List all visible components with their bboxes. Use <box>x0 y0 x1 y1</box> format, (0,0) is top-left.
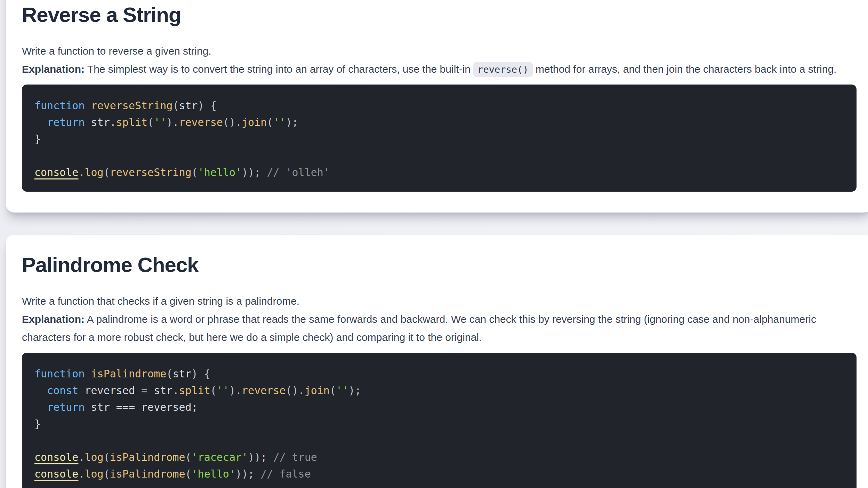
code-content: function reverseString(str) { return str… <box>34 97 844 181</box>
code-token-pl <box>85 368 91 380</box>
code-token-cs: console <box>34 468 78 480</box>
explanation-text: The simplest way is to convert the strin… <box>85 63 473 75</box>
code-token-cs: console <box>34 451 78 463</box>
code-token-pl: } <box>34 418 41 430</box>
code-token-st: '' <box>217 384 229 397</box>
code-token-fn: reverseString <box>110 166 192 178</box>
code-token-pu: )); <box>242 166 260 178</box>
code-token-pl: str <box>172 368 191 380</box>
code-token-pl: str <box>179 99 198 112</box>
code-token-pu: ). <box>166 116 179 128</box>
code-token-pu: ); <box>286 116 298 128</box>
code-line: const reversed = str.split('').reverse()… <box>34 382 844 399</box>
code-token-fn: reverseString <box>91 99 173 112</box>
code-line: function reverseString(str) { <box>34 97 844 114</box>
code-token-pu: ( <box>104 468 110 480</box>
exercise-card-reverse-a-string: Reverse a String Write a function to rev… <box>6 0 868 213</box>
code-token-st: '' <box>273 116 286 128</box>
explanation-text: A palindrome is a word or phrase that re… <box>22 313 816 343</box>
code-token-pu: . <box>78 166 85 178</box>
code-token-pu: . <box>110 116 116 128</box>
code-token-kw: function <box>34 368 85 380</box>
code-token-cm: // false <box>260 468 311 480</box>
code-token-pl <box>254 468 260 480</box>
code-token-st: 'hello' <box>192 468 235 480</box>
code-token-kw: function <box>34 99 85 112</box>
card-explanation: Explanation: A palindrome is a word or p… <box>22 310 857 346</box>
code-line: console.log(isPalindrome('hello')); // f… <box>34 466 844 482</box>
code-token-st: '' <box>336 384 348 397</box>
code-token-kw: return <box>47 401 85 413</box>
code-token-cs: console <box>34 166 78 178</box>
code-token-cm: // 'olleh' <box>267 166 330 178</box>
code-token-pu: . <box>78 451 85 463</box>
exercise-card-palindrome-check: Palindrome Check Write a function that c… <box>6 235 868 488</box>
explanation-label: Explanation: <box>22 313 85 325</box>
code-token-pu: ). <box>229 384 242 397</box>
code-token-pu: ( <box>185 468 192 480</box>
code-token-pu: ( <box>166 368 172 380</box>
card-description: Write a function that checks if a given … <box>22 292 857 310</box>
code-line: function isPalindrome(str) { <box>34 366 844 382</box>
code-token-pu: ) { <box>198 99 217 112</box>
code-token-pu: ( <box>147 116 154 128</box>
code-token-pu: ( <box>267 116 273 128</box>
code-token-pu: )); <box>235 468 254 480</box>
code-token-pl: } <box>34 133 41 145</box>
code-line: } <box>34 131 844 147</box>
code-token-pl <box>85 99 91 112</box>
code-line <box>34 432 844 449</box>
code-token-pu: (). <box>286 384 305 397</box>
card-title: Palindrome Check <box>22 253 857 277</box>
code-token-fn: log <box>85 468 104 480</box>
code-token-pl <box>34 401 47 413</box>
code-token-fn: split <box>116 116 147 128</box>
code-block: function reverseString(str) { return str… <box>22 85 857 192</box>
code-token-pu: ( <box>192 166 198 178</box>
code-line: console.log(isPalindrome('racecar')); //… <box>34 449 844 466</box>
code-line: return str.split('').reverse().join(''); <box>34 114 844 131</box>
code-token-pu: (). <box>223 116 242 128</box>
code-token-pl <box>267 451 273 463</box>
card-description: Write a function to reverse a given stri… <box>22 42 857 60</box>
code-line: } <box>34 416 844 432</box>
code-token-pl: reversed = str <box>78 384 172 397</box>
code-token-pu: . <box>78 468 85 480</box>
card-title: Reverse a String <box>22 3 857 27</box>
explanation-text: method for arrays, and then join the cha… <box>533 63 837 75</box>
code-token-fn: log <box>85 451 104 463</box>
page-viewport: Reverse a String Write a function to rev… <box>0 0 868 488</box>
code-token-pl <box>260 166 267 178</box>
code-token-fn: isPalindrome <box>110 451 185 463</box>
code-line: console.log(reverseString('hello')); // … <box>34 164 844 181</box>
code-token-pu: ) { <box>192 368 210 380</box>
code-token-fn: reverse <box>242 384 286 397</box>
code-line <box>34 147 844 164</box>
code-token-kw: return <box>47 116 85 128</box>
code-token-pl: str <box>85 116 110 128</box>
code-token-kw: const <box>47 384 78 397</box>
code-content: function isPalindrome(str) { const rever… <box>34 366 844 482</box>
explanation-label: Explanation: <box>22 63 85 75</box>
inline-code-chip: reverse() <box>473 62 532 77</box>
code-token-pu: ); <box>348 384 361 397</box>
code-token-fn: split <box>179 384 210 397</box>
code-token-pu: ( <box>104 451 110 463</box>
code-token-st: 'racecar' <box>192 451 248 463</box>
code-token-fn: join <box>242 116 267 128</box>
code-token-pl <box>34 116 47 128</box>
code-block: function isPalindrome(str) { const rever… <box>22 353 857 488</box>
code-token-fn: isPalindrome <box>91 368 167 380</box>
code-token-pl <box>34 384 47 397</box>
code-token-pu: ( <box>104 166 110 178</box>
code-token-fn: reverse <box>179 116 223 128</box>
code-token-fn: log <box>85 166 104 178</box>
code-token-pu: . <box>172 384 179 397</box>
code-token-st: 'hello' <box>198 166 242 178</box>
code-token-pu: ( <box>330 384 336 397</box>
code-line: return str === reversed; <box>34 399 844 416</box>
code-token-cm: // true <box>273 451 317 463</box>
code-token-pu: )); <box>248 451 267 463</box>
code-token-fn: join <box>305 384 330 397</box>
code-token-fn: isPalindrome <box>110 468 185 480</box>
